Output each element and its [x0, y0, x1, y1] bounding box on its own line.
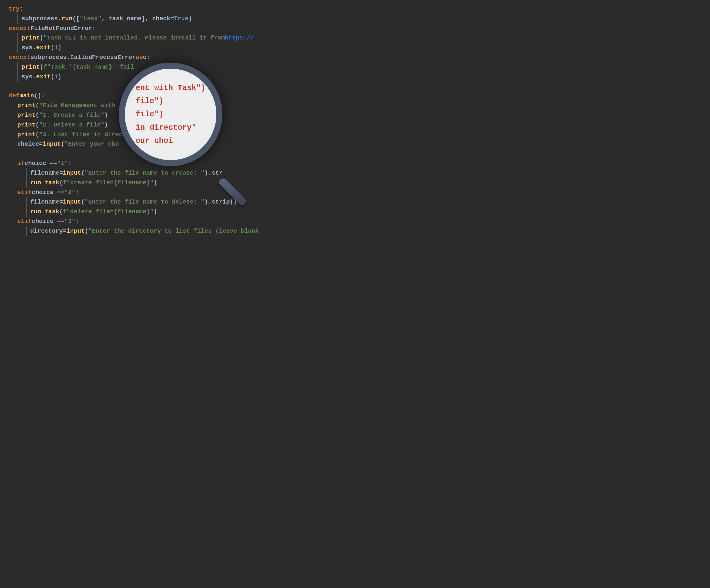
line-bar — [26, 197, 27, 207]
code-line-filename-delete: filename = input("Enter the file name to… — [9, 197, 346, 207]
line-bar — [26, 178, 27, 188]
code-line-print-3: print("3. List files in direc — [9, 130, 346, 140]
code-line-filename-create: filename = input("Enter the file name to… — [9, 168, 346, 178]
line-bar — [17, 33, 18, 43]
blank-line-2 — [9, 149, 346, 158]
code-line-run-task-delete: run_task(f"delete file={filename}") — [9, 207, 346, 217]
code-line-try: try: — [9, 4, 346, 14]
code-line-choice-input: choice = input("Enter your cho — [9, 140, 346, 149]
code-line-sys-exit-2: sys.exit(1) — [9, 72, 346, 82]
code-line-print-1: print("1. Create a file") — [9, 111, 346, 120]
code-line-elif-choice-3: elif choice == "3": — [9, 217, 346, 226]
line-bar — [17, 14, 18, 24]
line-bar — [17, 72, 18, 82]
code-line-run-task-create: run_task(f"create file={filename}") — [9, 178, 346, 188]
code-line-print-2: print("2. Delete a file") — [9, 120, 346, 130]
line-bar — [17, 43, 18, 53]
code-line-subprocess-run: subprocess.run(["task", task_name], chec… — [9, 14, 346, 24]
code-line-directory-input: directory = input("Enter the directory t… — [9, 226, 346, 236]
code-line-except-cpe: except subprocess.CalledProcessError as … — [9, 53, 346, 63]
line-bar — [17, 63, 18, 72]
code-line-print-task-fail: print(f"Task '{task_name}' fail — [9, 63, 346, 72]
blank-line-1 — [9, 81, 346, 91]
code-editor: try: subprocess.run(["task", task_name],… — [0, 0, 355, 241]
code-line-def-main: def main(): — [9, 91, 346, 101]
line-bar — [26, 168, 27, 178]
code-line-sys-exit-1: sys.exit(1) — [9, 43, 346, 53]
code-line-except-fnf: except FileNotFoundError: — [9, 24, 346, 33]
code-line-print-cli: print("Task CLI is not installed. Please… — [9, 33, 346, 43]
code-line-elif-choice-2: elif choice == "2": — [9, 188, 346, 197]
line-bar — [26, 207, 27, 217]
code-line-if-choice-1: if choice == "1": — [9, 158, 346, 168]
line-bar — [26, 226, 27, 236]
code-line-print-file-mgmt: print("File Management with — [9, 101, 346, 111]
